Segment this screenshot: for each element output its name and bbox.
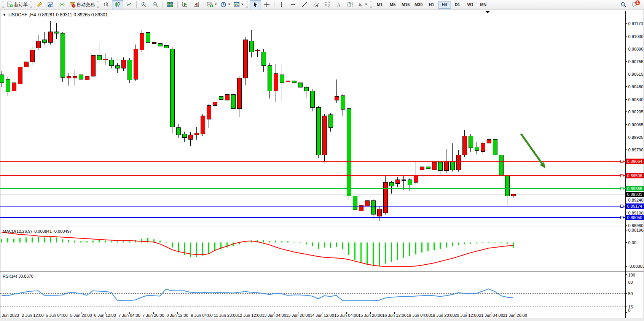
- svg-text:13 Jun 04:00: 13 Jun 04:00: [262, 313, 286, 318]
- svg-text:0.89050: 0.89050: [627, 215, 642, 220]
- timeframe-M1[interactable]: M1: [373, 1, 386, 9]
- toolbar-grip: [2, 2, 4, 8]
- svg-text:7 Jun 04:00: 7 Jun 04:00: [118, 313, 140, 318]
- vertical-line-tool-button[interactable]: [276, 0, 287, 9]
- toolbar-separator: [204, 1, 204, 8]
- symbol-dropdown-icon[interactable]: ▼: [3, 13, 6, 17]
- zoom-out-button[interactable]: [150, 0, 161, 9]
- arrows-icon: [357, 2, 363, 8]
- rebroadcast-button[interactable]: [56, 0, 68, 9]
- dropdown-caret-icon: ▼: [365, 3, 368, 6]
- svg-text:0.90205: 0.90205: [628, 110, 644, 114]
- search-button[interactable]: [618, 0, 629, 9]
- profile-chart-icon: [48, 2, 54, 8]
- svg-text:0: 0: [628, 308, 631, 313]
- svg-text:0.89174: 0.89174: [627, 204, 642, 208]
- timeframe-M30[interactable]: M30: [412, 1, 425, 9]
- candlestick-icon: [115, 2, 121, 8]
- tile-windows-button[interactable]: [164, 0, 176, 9]
- trendline-tool-button[interactable]: [299, 0, 310, 9]
- price-chart-plot[interactable]: 0.911700.910300.908900.907550.906150.904…: [0, 10, 644, 318]
- svg-text:21 Jun 20:00: 21 Jun 20:00: [503, 313, 527, 318]
- toolbar-separator: [163, 1, 163, 8]
- svg-text:19 Jun 04:00: 19 Jun 04:00: [406, 313, 431, 318]
- zoom-out-icon: [152, 2, 158, 8]
- timeframe-H4[interactable]: H4: [438, 1, 451, 9]
- zoom-in-button[interactable]: [138, 0, 150, 9]
- dropdown-caret-icon: ▼: [241, 3, 244, 6]
- svg-text:0.91170: 0.91170: [628, 21, 643, 26]
- svg-text:0.89100: 0.89100: [628, 211, 644, 215]
- styler-button[interactable]: [33, 0, 45, 9]
- svg-text:9 Jun 04:00: 9 Jun 04:00: [191, 313, 213, 318]
- timeframe-group: M1M5M15M30H1H4D1W1MN: [373, 1, 490, 9]
- svg-text:8 Jun 12:00: 8 Jun 12:00: [166, 313, 188, 318]
- text-label-tool-button[interactable]: T: [344, 0, 356, 9]
- toolbar-separator: [274, 1, 274, 8]
- svg-text:1 Jun 2023: 1 Jun 2023: [0, 313, 19, 318]
- periods-button[interactable]: ▼: [219, 0, 232, 9]
- chart-title-line[interactable]: ▼ USDCHF-,H4 0.89281 0.89311 0.89265 0.8…: [3, 12, 108, 17]
- svg-text:11 Jun 23:00: 11 Jun 23:00: [214, 313, 238, 318]
- timeframe-W1[interactable]: W1: [464, 1, 477, 9]
- new-chart-icon: [207, 2, 213, 8]
- svg-text:13 Jun 20:00: 13 Jun 20:00: [286, 313, 310, 318]
- new-chart-button[interactable]: ▼: [206, 0, 219, 9]
- timeframe-MN[interactable]: MN: [477, 1, 490, 9]
- main-toolbar: 新订单 自动交易: [0, 0, 644, 10]
- market-watch-button[interactable]: [45, 0, 56, 9]
- bar-chart-mode-button[interactable]: [100, 0, 112, 9]
- toolbar-right-group: 1: [618, 0, 643, 9]
- svg-text:0.89664: 0.89664: [627, 159, 642, 164]
- chart-ohlc-quote: 0.89281 0.89311 0.89265 0.89301: [38, 12, 108, 17]
- auto-trading-icon: [69, 2, 75, 8]
- candle-chart-mode-button[interactable]: [112, 0, 123, 9]
- svg-text:21 Jun 04:00: 21 Jun 04:00: [479, 313, 503, 318]
- arrows-tool-button[interactable]: ▼: [356, 0, 369, 9]
- timeframe-M15[interactable]: M15: [399, 1, 412, 9]
- toolbar-grip: [97, 2, 99, 8]
- notifications-button[interactable]: 1: [629, 0, 641, 9]
- horizontal-line-tool-button[interactable]: [287, 0, 299, 9]
- svg-text:0.89925: 0.89925: [628, 135, 644, 140]
- toolbar-separator: [177, 1, 178, 8]
- clock-icon: [220, 2, 226, 8]
- svg-text:0.89790: 0.89790: [628, 148, 644, 152]
- channel-tool-button[interactable]: E: [310, 0, 322, 9]
- templates-button[interactable]: ▼: [232, 0, 245, 9]
- chat-bubble-icon: 1: [632, 2, 638, 8]
- cursor-tool-button[interactable]: [250, 0, 261, 9]
- svg-text:20 Jun 12:00: 20 Jun 12:00: [454, 313, 479, 318]
- fibonacci-tool-button[interactable]: F: [322, 0, 333, 9]
- chart-window[interactable]: ▼ USDCHF-,H4 0.89281 0.89311 0.89265 0.8…: [0, 10, 644, 318]
- zoom-in-icon: [141, 2, 147, 8]
- line-chart-icon: [126, 2, 132, 8]
- timeframe-H1[interactable]: H1: [425, 1, 438, 9]
- crosshair-tool-button[interactable]: [261, 0, 273, 9]
- svg-text:0.89301: 0.89301: [627, 192, 642, 197]
- timeframe-D1[interactable]: D1: [451, 1, 464, 9]
- horizontal-line-icon: [290, 2, 296, 8]
- text-label-icon: T: [347, 2, 353, 8]
- svg-text:80: 80: [628, 280, 633, 284]
- auto-trading-button[interactable]: 自动交易: [68, 0, 96, 9]
- timeframe-M5[interactable]: M5: [386, 1, 399, 9]
- svg-text:14 Jun 12:00: 14 Jun 12:00: [310, 313, 334, 318]
- text-icon: A: [336, 2, 342, 8]
- svg-text:100: 100: [628, 273, 635, 277]
- svg-text:0.90890: 0.90890: [628, 47, 644, 51]
- chart-shift-button[interactable]: [191, 0, 202, 9]
- auto-scroll-button[interactable]: [179, 0, 191, 9]
- mt4-terminal: { "toolbar": { "new_order_label": "新订单",…: [0, 0, 644, 321]
- auto-scroll-icon: [182, 2, 188, 8]
- line-chart-mode-button[interactable]: [123, 0, 135, 9]
- brush-icon: [36, 2, 42, 8]
- rsi-indicator-label: RSI(14) 38.8370: [3, 274, 33, 278]
- svg-text:0.89365: 0.89365: [627, 186, 642, 191]
- vertical-line-icon: [279, 2, 285, 8]
- new-order-button[interactable]: 新订单: [5, 0, 29, 9]
- svg-text:19 Jun 20:00: 19 Jun 20:00: [430, 313, 455, 318]
- toolbar-separator: [136, 1, 137, 8]
- svg-text:T: T: [349, 2, 351, 7]
- text-tool-button[interactable]: A: [333, 0, 344, 9]
